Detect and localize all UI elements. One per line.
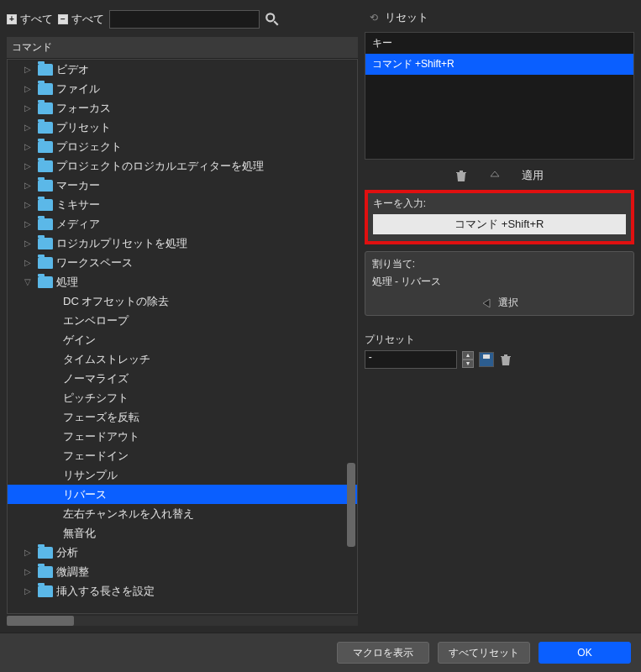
search-input[interactable] [109,10,260,29]
tree-item[interactable]: ゲイン [8,330,357,349]
folder-icon [38,160,53,172]
key-item[interactable]: コマンド +Shift+R [365,54,633,75]
tree-folder[interactable]: ▷分析 [8,543,357,562]
tree-folder[interactable]: ▷ファイル [8,79,357,98]
tree-folder[interactable]: ▷マーカー [8,176,357,195]
chevron-right-icon[interactable]: ▷ [24,258,34,267]
tree-folder[interactable]: ▷ビデオ [8,60,357,79]
tree-folder[interactable]: ▽処理 [8,272,357,291]
folder-icon [38,199,53,211]
scrollbar-vertical[interactable] [347,144,355,564]
keyinput-field[interactable]: コマンド +Shift+R [373,214,626,234]
tree-item[interactable]: フェードアウト [8,427,357,446]
reset-icon: ⟲ [370,12,378,24]
tree-folder-label: マーカー [56,178,100,193]
tree-folder[interactable]: ▷微調整 [8,562,357,581]
scrollbar-thumb[interactable] [347,463,355,547]
tree-item-label: リバース [63,487,107,502]
collapse-all-button[interactable]: − すべて [58,12,104,27]
tree-item-label: エンベロープ [63,313,129,328]
collapse-all-label: すべて [71,12,104,27]
preset-select[interactable]: - [365,350,457,369]
folder-icon [38,218,53,230]
chevron-right-icon[interactable]: ▷ [24,161,34,171]
scrollbar-thumb-h[interactable] [7,616,74,626]
tree-item[interactable]: エンベロープ [8,311,357,330]
tree-item-label: ピッチシフト [63,391,129,406]
assignment-label: 割り当て: [372,257,627,271]
trash-preset-icon[interactable] [499,353,512,366]
folder-icon [38,276,53,288]
expand-all-button[interactable]: + すべて [7,12,53,27]
select-label[interactable]: 選択 [498,296,518,310]
chevron-right-icon[interactable]: ▷ [24,123,34,132]
tree-item[interactable]: リサンプル [8,465,357,485]
chevron-right-icon[interactable]: ▷ [24,219,34,228]
tree-item[interactable]: タイムストレッチ [8,349,357,369]
trash-icon[interactable] [454,169,468,182]
chevron-right-icon[interactable]: ▷ [24,65,34,74]
arrow-up-icon[interactable] [488,169,502,182]
tree-folder-label: プロジェクトのロジカルエディターを処理 [56,159,264,174]
tree-folder[interactable]: ▷ワークスペース [8,253,357,272]
reset-all-button[interactable]: すべてリセット [438,642,530,664]
arrow-left-icon[interactable] [480,297,493,310]
tree-folder-label: ワークスペース [56,255,133,270]
apply-label[interactable]: 適用 [522,168,544,183]
folder-icon [38,547,53,559]
chevron-right-icon[interactable]: ▷ [24,103,34,113]
spinner-up[interactable]: ▴ [462,351,474,360]
keys-header: キー [365,33,633,54]
tree-item[interactable]: フェードイン [8,446,357,465]
show-macro-button[interactable]: マクロを表示 [337,642,429,664]
preset-label: プリセット [365,333,634,347]
tree-item[interactable]: リバース [8,485,357,504]
tree-item[interactable]: 左右チャンネルを入れ替え [8,504,357,523]
tree-folder-label: ロジカルプリセットを処理 [56,236,187,251]
tree-item[interactable]: DC オフセットの除去 [8,291,357,311]
tree-folder-label: ファイル [56,81,100,97]
chevron-down-icon[interactable]: ▽ [24,277,34,286]
tree-folder[interactable]: ▷ロジカルプリセットを処理 [8,234,357,253]
tree-folder[interactable]: ▷プロジェクト [8,137,357,156]
tree-item[interactable]: ピッチシフト [8,388,357,407]
chevron-right-icon[interactable]: ▷ [24,200,34,209]
tree-folder[interactable]: ▷プリセット [8,118,357,137]
chevron-right-icon[interactable]: ▷ [24,239,34,248]
chevron-right-icon[interactable]: ▷ [24,586,34,596]
folder-icon [38,566,53,578]
svg-line-1 [274,21,278,25]
command-tree[interactable]: ▷ビデオ▷ファイル▷フォーカス▷プリセット▷プロジェクト▷プロジェクトのロジカル… [7,59,358,614]
folder-icon [38,257,53,269]
tree-item-label: リサンプル [63,468,118,483]
tree-folder[interactable]: ▷プロジェクトのロジカルエディターを処理 [8,156,357,176]
tree-item[interactable]: フェーズを反転 [8,407,357,427]
tree-folder[interactable]: ▷挿入する長さを設定 [8,581,357,601]
tree-item-label: DC オフセットの除去 [63,294,169,309]
spinner-down[interactable]: ▾ [462,360,474,368]
tree-folder-label: 処理 [56,275,78,290]
folder-icon [38,83,53,95]
save-icon[interactable] [479,352,494,367]
tree-folder[interactable]: ▷ミキサー [8,195,357,214]
chevron-right-icon[interactable]: ▷ [24,567,34,576]
tree-folder[interactable]: ▷フォーカス [8,98,357,118]
tree-item-label: 左右チャンネルを入れ替え [63,507,194,522]
chevron-right-icon[interactable]: ▷ [24,84,34,93]
search-icon[interactable] [265,12,280,27]
chevron-right-icon[interactable]: ▷ [24,142,34,151]
svg-point-0 [266,13,274,21]
tree-folder[interactable]: ▷メディア [8,214,357,234]
tree-item[interactable]: 無音化 [8,523,357,543]
chevron-right-icon[interactable]: ▷ [24,181,34,190]
tree-item[interactable]: ノーマライズ [8,369,357,388]
tree-folder-label: メディア [56,217,100,232]
ok-button[interactable]: OK [539,642,631,664]
scrollbar-horizontal[interactable] [7,616,358,626]
folder-icon [38,238,53,249]
chevron-right-icon[interactable]: ▷ [24,548,34,557]
reset-label[interactable]: リセット [385,10,428,25]
tree-folder-label: 分析 [56,545,78,560]
assignment-value: 処理 - リバース [372,275,627,289]
tree-item-label: フェードイン [63,449,129,464]
